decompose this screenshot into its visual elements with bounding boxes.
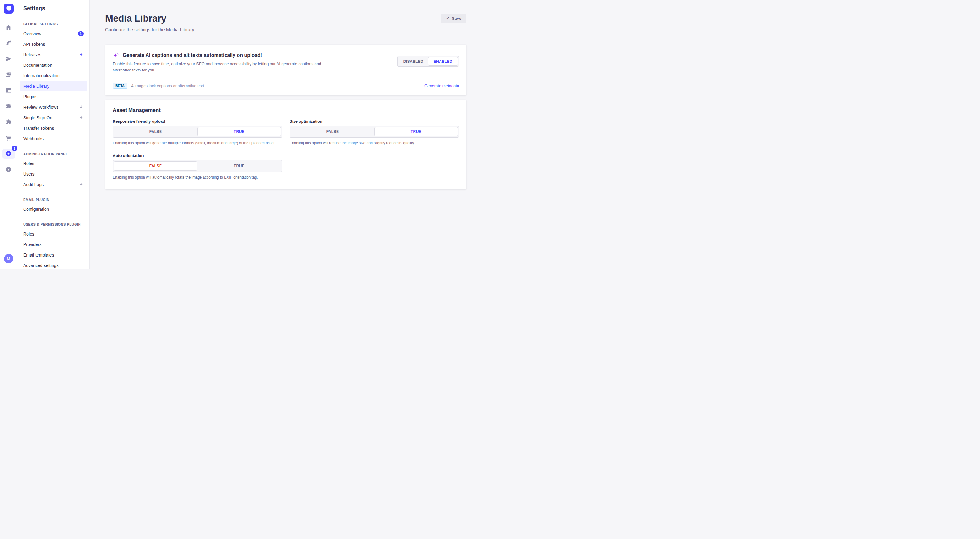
rail-item-settings[interactable]: 1 <box>0 146 18 161</box>
save-button[interactable]: ✓ Save <box>441 14 466 23</box>
sparkle-icon <box>113 52 119 59</box>
check-icon: ✓ <box>446 16 449 21</box>
auto-orientation-toggle: FALSE TRUE <box>113 160 282 172</box>
sidebar-item-providers[interactable]: Providers <box>20 239 87 250</box>
layout-icon <box>5 87 12 94</box>
info-icon <box>5 166 12 173</box>
field-description: Enabling this option will generate multi… <box>113 140 280 146</box>
ai-caption-toggle: DISABLED ENABLED <box>397 56 459 67</box>
page-title: Media Library <box>105 13 194 24</box>
size-optimization-toggle: FALSE TRUE <box>290 126 459 138</box>
section-label: ADMINISTRATION PANEL <box>20 152 87 156</box>
field-responsive-friendly-upload: Responsive friendly upload FALSE TRUE En… <box>113 119 282 146</box>
toggle-option-true[interactable]: TRUE <box>197 127 281 136</box>
toggle-option-false[interactable]: FALSE <box>114 127 197 136</box>
sidebar-item-audit-logs[interactable]: Audit Logs <box>20 179 87 190</box>
sidebar-item-email-configuration[interactable]: Configuration <box>20 204 87 214</box>
rail-item-releases[interactable] <box>0 51 18 67</box>
sidebar-item-webhooks[interactable]: Webhooks <box>20 133 87 144</box>
section-label: EMAIL PLUGIN <box>20 198 87 201</box>
sidebar-section-users-permissions-plugin: USERS & PERMISSIONS PLUGIN Roles Provide… <box>20 222 87 270</box>
field-label: Auto orientation <box>113 153 282 158</box>
sidebar-item-overview[interactable]: Overview 1 <box>20 29 87 39</box>
sidebar-item-advanced-settings[interactable]: Advanced settings <box>20 260 87 270</box>
lightning-icon <box>79 182 84 187</box>
field-description: Enabling this option will automatically … <box>113 174 280 180</box>
sidebar-item-releases[interactable]: Releases <box>20 49 87 60</box>
sidebar-item-up-roles[interactable]: Roles <box>20 229 87 239</box>
toggle-option-false[interactable]: FALSE <box>291 127 374 136</box>
caption-status-text: 4 images lack captions or alternative te… <box>131 84 204 88</box>
field-label: Size optimization <box>290 119 459 124</box>
sidebar-item-admin-roles[interactable]: Roles <box>20 158 87 169</box>
sidebar-item-api-tokens[interactable]: API Tokens <box>20 39 87 49</box>
rail-item-plugin-1[interactable] <box>0 98 18 114</box>
gear-icon <box>5 150 12 157</box>
section-label: GLOBAL SETTINGS <box>20 22 87 26</box>
sidebar-section-email-plugin: EMAIL PLUGIN Configuration <box>20 198 87 214</box>
settings-active-pill: 1 <box>3 149 15 159</box>
paper-plane-icon <box>5 55 12 62</box>
icon-rail: 1 M <box>0 0 18 270</box>
banner-title: Generate AI captions and alt texts autom… <box>123 52 262 58</box>
toggle-option-disabled[interactable]: DISABLED <box>398 57 428 65</box>
generate-metadata-link[interactable]: Generate metadata <box>425 84 459 88</box>
rail-item-plugin-2[interactable] <box>0 114 18 130</box>
field-auto-orientation: Auto orientation FALSE TRUE Enabling thi… <box>113 153 282 180</box>
notification-badge: 1 <box>78 31 84 36</box>
sidebar-title: Settings <box>23 5 45 12</box>
sidebar-header: Settings <box>18 0 89 17</box>
sidebar-item-review-workflows[interactable]: Review Workflows <box>20 102 87 113</box>
lightning-icon <box>79 52 84 57</box>
sidebar-item-documentation[interactable]: Documentation <box>20 60 87 70</box>
rail-item-marketplace[interactable] <box>0 130 18 146</box>
asset-management-title: Asset Management <box>113 107 459 113</box>
page-subtitle: Configure the settings for the Media Lib… <box>105 27 194 32</box>
user-avatar[interactable]: M <box>4 254 13 263</box>
toggle-option-true[interactable]: TRUE <box>197 161 281 171</box>
sidebar-item-plugins[interactable]: Plugins <box>20 92 87 102</box>
lightning-icon <box>79 105 84 109</box>
save-button-label: Save <box>452 16 461 21</box>
toggle-option-enabled[interactable]: ENABLED <box>428 57 458 65</box>
field-description: Enabling this option will reduce the ima… <box>290 140 457 146</box>
cart-icon <box>5 135 12 141</box>
sidebar-item-media-library[interactable]: Media Library <box>20 81 87 92</box>
rail-item-help[interactable] <box>0 161 18 177</box>
banner-description: Enable this feature to save time, optimi… <box>113 61 340 73</box>
section-label: USERS & PERMISSIONS PLUGIN <box>20 222 87 226</box>
rail-item-content-type-builder[interactable] <box>0 82 18 98</box>
sidebar-item-users[interactable]: Users <box>20 169 87 179</box>
home-icon <box>5 24 12 30</box>
sidebar-section-administration-panel: ADMINISTRATION PANEL Roles Users Audit L… <box>20 152 87 190</box>
sidebar-section-global-settings: GLOBAL SETTINGS Overview 1 API Tokens Re… <box>20 22 87 144</box>
rail-item-content-manager[interactable] <box>0 35 18 51</box>
responsive-upload-toggle: FALSE TRUE <box>113 126 282 138</box>
feather-icon <box>5 40 12 46</box>
settings-badge: 1 <box>12 146 18 151</box>
field-label: Responsive friendly upload <box>113 119 282 124</box>
asset-management-card: Asset Management Responsive friendly upl… <box>105 100 466 189</box>
sidebar-item-single-sign-on[interactable]: Single Sign-On <box>20 113 87 123</box>
toggle-option-true[interactable]: TRUE <box>374 127 458 136</box>
strapi-logo-icon <box>4 4 14 14</box>
field-size-optimization: Size optimization FALSE TRUE Enabling th… <box>290 119 459 146</box>
ai-captions-card: Generate AI captions and alt texts autom… <box>105 44 466 95</box>
toggle-option-false[interactable]: FALSE <box>114 161 197 171</box>
rail-item-home[interactable] <box>0 19 18 35</box>
sidebar-item-transfer-tokens[interactable]: Transfer Tokens <box>20 123 87 133</box>
app-logo[interactable] <box>0 0 17 17</box>
main-content: Media Library Configure the settings for… <box>90 0 490 270</box>
lightning-icon <box>79 116 84 120</box>
sidebar-item-internationalization[interactable]: Internationalization <box>20 70 87 81</box>
rail-item-media-library[interactable] <box>0 67 18 82</box>
beta-badge: BETA <box>113 82 127 89</box>
media-icon <box>5 71 12 78</box>
settings-sidebar: Settings GLOBAL SETTINGS Overview 1 API … <box>18 0 90 270</box>
sidebar-item-email-templates[interactable]: Email templates <box>20 250 87 260</box>
puzzle-icon <box>5 103 12 109</box>
puzzle-icon <box>5 119 12 125</box>
